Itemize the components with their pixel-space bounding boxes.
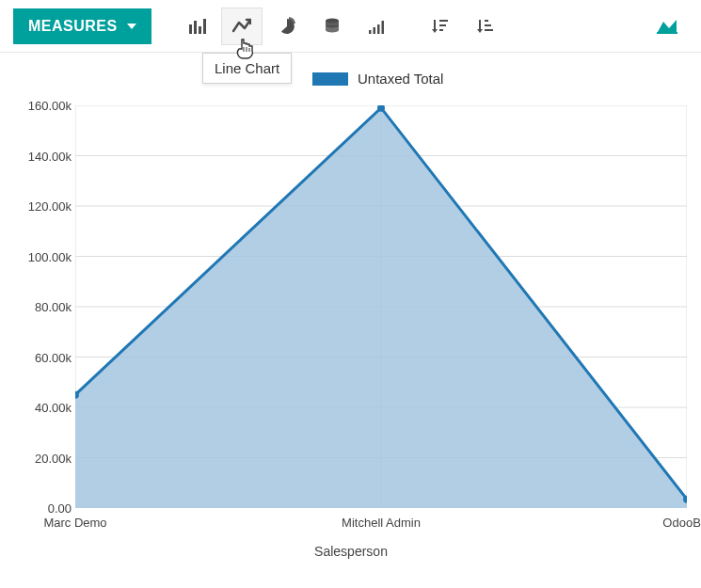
bar-chart-button[interactable] [176,8,217,45]
line-chart-icon [232,17,251,36]
sort-desc-button[interactable] [419,8,460,45]
y-tick-label: 100.00k [15,249,72,263]
stacked-icon [323,17,342,36]
y-tick-label: 80.00k [15,300,72,314]
chart-area: 0.0020.00k40.00k60.00k80.00k100.00k120.0… [8,94,694,574]
pie-chart-button[interactable] [266,8,308,45]
line-chart-button[interactable] [221,8,263,45]
legend-swatch [312,72,348,86]
sort-asc-icon [475,17,494,36]
y-tick-label: 0.00 [15,501,72,516]
svg-rect-1 [194,21,197,34]
y-tick-label: 120.00k [15,199,72,214]
y-tick-label: 20.00k [15,451,72,465]
toolbar: MEASURES [0,0,701,53]
y-tick-label: 40.00k [15,401,72,415]
bar-chart-icon [187,17,206,36]
x-tick-label: Marc Demo [43,516,106,530]
x-tick-label: Mitchell Admin [342,516,421,530]
svg-rect-7 [377,24,380,34]
sort-desc-icon [430,17,449,36]
signal-icon [368,17,387,36]
caret-down-icon [127,24,136,29]
y-tick-label: 140.00k [15,149,72,163]
stacked-button[interactable] [311,8,353,45]
sort-asc-button[interactable] [464,8,505,45]
measures-label: MEASURES [28,18,118,35]
pie-chart-icon [278,17,296,36]
line-chart-plot [75,105,687,508]
measures-button[interactable]: MEASURES [13,8,151,44]
sort-group [419,8,505,45]
svg-rect-2 [199,26,201,34]
y-tick-label: 160.00k [15,99,72,113]
x-tick-label: OdooBot [662,516,701,530]
svg-rect-0 [189,24,192,34]
chart-type-tooltip: Line Chart [202,53,292,84]
signal-button[interactable] [357,8,398,45]
svg-rect-6 [373,27,375,34]
y-tick-label: 60.00k [15,350,72,364]
x-axis-title: Salesperson [314,544,388,559]
legend[interactable]: Untaxed Total [312,71,443,87]
area-chart-button[interactable] [646,8,688,45]
svg-rect-5 [369,30,372,34]
svg-rect-8 [381,21,384,34]
area-chart-icon [656,17,678,36]
svg-rect-3 [203,19,206,34]
svg-marker-17 [658,20,677,32]
legend-label: Untaxed Total [358,71,443,87]
chart-type-group [176,8,398,45]
